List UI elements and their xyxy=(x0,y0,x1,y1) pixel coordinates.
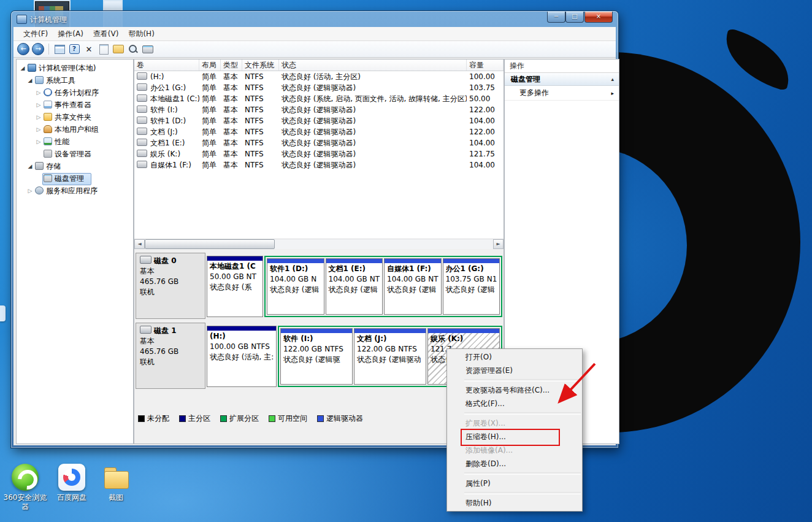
expander-icon[interactable]: ◢ xyxy=(26,160,34,172)
more-actions[interactable]: 更多操作 ▸ xyxy=(505,86,619,101)
forward-icon[interactable]: → xyxy=(32,43,44,55)
expander-icon[interactable]: ▷ xyxy=(35,99,42,111)
desktop-logo-tail xyxy=(716,28,799,91)
volume-row[interactable]: (H:) 简单基本 NTFS状态良好 (活动, 主分区) 100.00 xyxy=(134,71,504,82)
delete-icon[interactable]: ✕ xyxy=(83,43,95,55)
volume-row[interactable]: 文档1 (E:) 简单基本 NTFS状态良好 (逻辑驱动器) 104.00 xyxy=(134,137,504,148)
tree-item-device-manager[interactable]: 设备管理器 xyxy=(17,148,133,160)
tree-item-system-tools[interactable]: ◢ 系统工具 xyxy=(17,74,133,86)
scroll-left-icon[interactable]: ◄ xyxy=(134,239,145,249)
collapse-icon[interactable]: ▴ xyxy=(611,73,614,85)
show-console-tree-icon[interactable] xyxy=(55,45,65,54)
tree-item-event-viewer[interactable]: ▷ 事件查看器 xyxy=(17,99,133,111)
partition-i[interactable]: 软件 (I:) 122.00 GB NTFS 状态良好 (逻辑驱 xyxy=(280,328,353,385)
actions-pane-title: 操作 xyxy=(505,59,619,73)
unallocated-swatch-icon xyxy=(138,415,145,422)
tree-item-local-users[interactable]: ▷ 本地用户和组 xyxy=(17,123,133,136)
disk-0-row: 磁盘 0 基本 465.76 GB 联机 本地磁盘1 (C 50.00 GB N… xyxy=(136,253,502,320)
system-tools-icon xyxy=(35,76,44,84)
partition-c[interactable]: 本地磁盘1 (C 50.00 GB NT 状态良好 (系 xyxy=(207,256,263,317)
tree-item-root[interactable]: ◢ 计算机管理(本地) xyxy=(17,62,133,74)
primary-partition-strip xyxy=(207,326,276,331)
logical-drive-strip xyxy=(354,329,426,333)
desktop-icon-baidu-netdisk[interactable]: 百度网盘 xyxy=(48,464,96,502)
local-users-icon xyxy=(44,125,52,133)
expander-icon[interactable]: ▷ xyxy=(35,136,42,148)
menu-item-delete-volume[interactable]: 删除卷(D)... xyxy=(447,457,582,470)
device-manager-icon xyxy=(44,150,52,158)
volume-icon xyxy=(137,83,147,91)
shared-folders-icon xyxy=(44,113,52,121)
titlebar[interactable]: 计算机管理 − □ × xyxy=(11,11,618,27)
tree-item-task-scheduler[interactable]: ▷ 任务计划程序 xyxy=(17,86,133,99)
column-header-fs[interactable]: 文件系统 xyxy=(242,59,279,71)
desktop-icon-360-browser[interactable]: 360安全浏览器 xyxy=(1,464,49,512)
column-header-volume[interactable]: 卷 xyxy=(134,59,199,71)
disk-1-info[interactable]: 磁盘 1 基本 465.76 GB 联机 xyxy=(136,323,205,389)
storage-icon xyxy=(35,162,44,170)
column-header-type[interactable]: 类型 xyxy=(221,59,242,71)
screen-edge-tab[interactable] xyxy=(0,305,6,321)
maximize-button[interactable]: □ xyxy=(565,12,584,23)
help-icon[interactable]: ? xyxy=(69,44,80,54)
volume-row[interactable]: 办公1 (G:) 简单基本 NTFS状态良好 (逻辑驱动器) 103.75 xyxy=(134,82,504,93)
menu-item-help[interactable]: 帮助(H) xyxy=(447,496,582,510)
column-header-capacity[interactable]: 容量 xyxy=(467,59,504,71)
desktop-icon-screenshot-folder[interactable]: 截图 xyxy=(92,464,140,502)
folder-icon xyxy=(102,464,129,491)
partition-f[interactable]: 自媒体1 (F:) 104.00 GB NT 状态良好 (逻辑 xyxy=(384,258,442,315)
tree-item-shared-folders[interactable]: ▷ 共享文件夹 xyxy=(17,111,133,123)
horizontal-scrollbar[interactable]: ◄ ► xyxy=(134,239,504,250)
partition-d[interactable]: 软件1 (D:) 104.00 GB N 状态良好 (逻辑 xyxy=(267,258,324,315)
column-header-status[interactable]: 状态 xyxy=(279,59,467,71)
menu-item-properties[interactable]: 属性(P) xyxy=(447,477,582,490)
disk-view-icon[interactable] xyxy=(142,45,153,53)
primary-partition-strip xyxy=(207,256,262,261)
expander-icon[interactable]: ◢ xyxy=(26,74,34,86)
logical-drive-strip xyxy=(326,259,383,263)
volume-row[interactable]: 本地磁盘1 (C:) 简单基本 NTFS状态良好 (系统, 启动, 页面文件, … xyxy=(134,93,504,104)
partition-e[interactable]: 文档1 (E:) 104.00 GB NT 状态良好 (逻辑 xyxy=(326,258,383,315)
menu-item-shrink-volume[interactable]: 压缩卷(H)... xyxy=(447,430,582,443)
expander-icon[interactable]: ▷ xyxy=(26,185,34,197)
expander-icon[interactable]: ◢ xyxy=(19,62,26,74)
partition-legend: 未分配 主分区 扩展分区 可用空间 逻辑驱动器 xyxy=(138,413,363,424)
scrollbar-thumb[interactable] xyxy=(145,239,275,249)
tree-item-disk-management[interactable]: 磁盘管理 xyxy=(17,172,133,185)
volume-row[interactable]: 文档 (J:) 简单基本 NTFS状态良好 (逻辑驱动器) 122.00 xyxy=(134,126,504,137)
minimize-button[interactable]: − xyxy=(547,12,565,23)
volume-row[interactable]: 软件 (I:) 简单基本 NTFS状态良好 (逻辑驱动器) 122.00 xyxy=(134,104,504,115)
volume-row[interactable]: 自媒体1 (F:) 简单基本 NTFS状态良好 (逻辑驱动器) 104.00 xyxy=(134,159,504,171)
disk-0-info[interactable]: 磁盘 0 基本 465.76 GB 联机 xyxy=(136,253,205,319)
partition-h[interactable]: (H:) 100.00 GB NTFS 状态良好 (活动, 主: xyxy=(207,326,277,387)
menu-file[interactable]: 文件(F) xyxy=(18,28,53,40)
partition-g[interactable]: 办公1 (G:) 103.75 GB N1 状态良好 (逻辑 xyxy=(443,258,500,315)
volume-row[interactable]: 软件1 (D:) 简单基本 NTFS状态良好 (逻辑驱动器) 104.00 xyxy=(134,115,504,126)
menu-action[interactable]: 操作(A) xyxy=(53,28,88,40)
event-viewer-icon xyxy=(44,101,52,109)
properties-icon[interactable] xyxy=(99,44,109,55)
menu-help[interactable]: 帮助(H) xyxy=(123,28,159,40)
tree-item-performance[interactable]: ▷ 性能 xyxy=(17,136,133,148)
scroll-right-icon[interactable]: ► xyxy=(493,239,504,249)
toolbar: ← → ? ✕ xyxy=(13,41,616,58)
expander-icon[interactable]: ▷ xyxy=(35,123,42,136)
partition-j[interactable]: 文档 (J:) 122.00 GB NTFS 状态良好 (逻辑驱动 xyxy=(354,328,426,385)
volume-row[interactable]: 娱乐 (K:) 简单基本 NTFS状态良好 (逻辑驱动器) 121.75 xyxy=(134,148,504,159)
export-list-icon[interactable] xyxy=(113,45,124,53)
search-icon[interactable] xyxy=(128,44,138,54)
tree-item-storage[interactable]: ◢ 存储 xyxy=(17,160,133,172)
column-header-layout[interactable]: 布局 xyxy=(199,59,221,71)
back-icon[interactable]: ← xyxy=(17,43,29,55)
menu-bar: 文件(F) 操作(A) 查看(V) 帮助(H) xyxy=(13,27,616,41)
disk-icon xyxy=(140,256,151,264)
tree-item-services[interactable]: ▷ 服务和应用程序 xyxy=(17,185,133,197)
expander-icon[interactable]: ▷ xyxy=(35,86,42,99)
expander-icon[interactable]: ▷ xyxy=(35,111,42,123)
close-button[interactable]: × xyxy=(584,12,613,23)
menu-view[interactable]: 查看(V) xyxy=(88,28,124,40)
volume-icon xyxy=(137,72,147,80)
actions-section-disk-management[interactable]: 磁盘管理 ▴ xyxy=(505,73,619,86)
desktop-icon-label: 360安全浏览器 xyxy=(4,493,47,511)
extended-partition-0: 软件1 (D:) 104.00 GB N 状态良好 (逻辑 文档1 (E:) 1… xyxy=(264,256,502,317)
